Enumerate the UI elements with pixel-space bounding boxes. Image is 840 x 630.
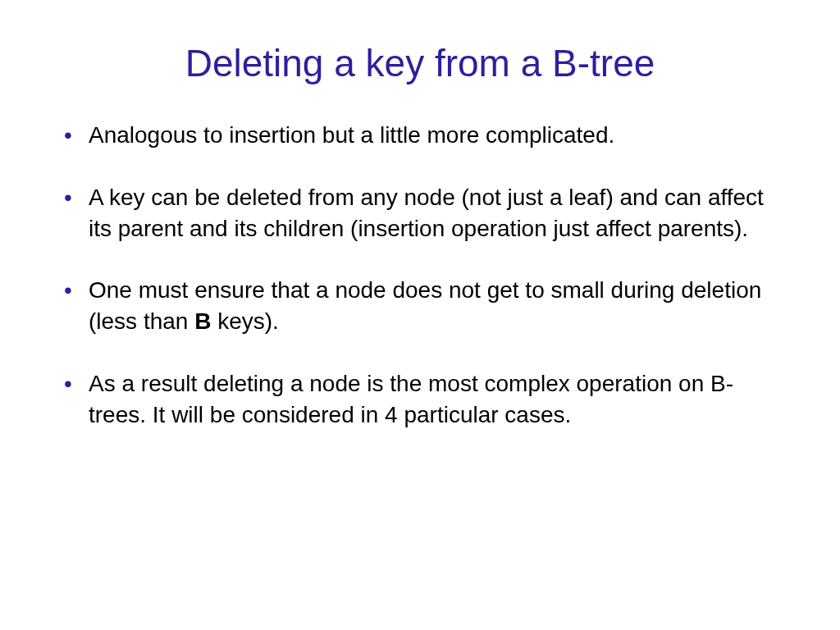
bullet-text: A key can be deleted from any node (not …	[89, 185, 764, 241]
bullet-bold: B	[194, 308, 211, 334]
list-item: Analogous to insertion but a little more…	[57, 120, 783, 151]
list-item: A key can be deleted from any node (not …	[57, 182, 783, 244]
list-item: As a result deleting a node is the most …	[57, 368, 783, 431]
slide-title: Deleting a key from a B-tree	[57, 41, 783, 85]
list-item: One must ensure that a node does not get…	[57, 275, 783, 337]
bullet-list: Analogous to insertion but a little more…	[57, 120, 783, 431]
bullet-text: As a result deleting a node is the most …	[89, 371, 733, 427]
bullet-text-post: keys).	[211, 308, 278, 334]
bullet-text: One must ensure that a node does not get…	[89, 277, 761, 334]
bullet-text: Analogous to insertion but a little more…	[89, 122, 614, 148]
